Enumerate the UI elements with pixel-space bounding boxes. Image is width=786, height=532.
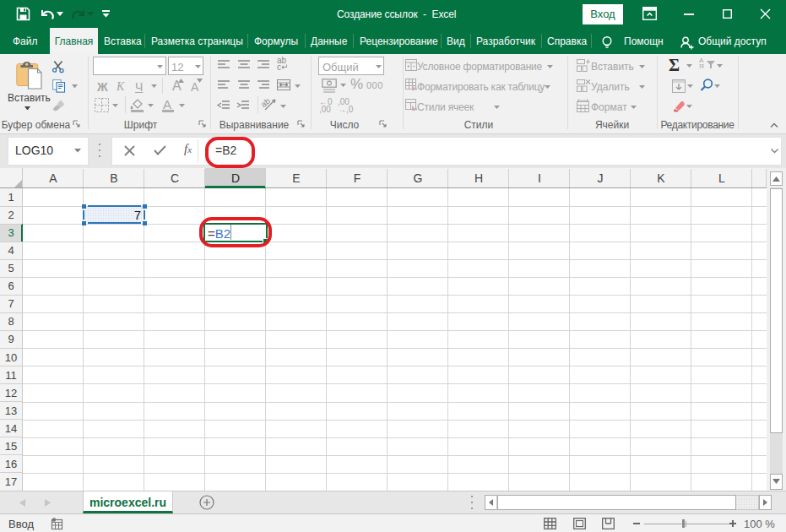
svg-text:ab: ab <box>259 95 273 109</box>
